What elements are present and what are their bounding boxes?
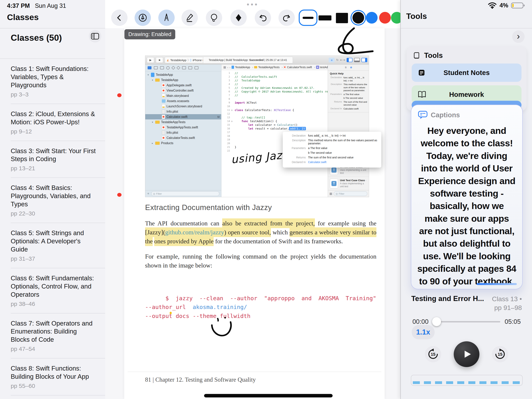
svg-text:15: 15: [498, 352, 502, 357]
stroke-medium-button[interactable]: [319, 15, 331, 20]
back-nav-icon[interactable]: ‹: [227, 66, 228, 69]
eraser-tool-button[interactable]: [230, 10, 247, 26]
report-navigator-icon: [195, 66, 198, 69]
code-segment: let: [248, 123, 255, 126]
breadcrumb-item[interactable]: TestableAppTests: [254, 66, 283, 69]
utilities-filter-field[interactable]: ◎Filter: [334, 191, 367, 196]
file-tree-row[interactable]: ▾ TestableAppTests: [145, 119, 221, 125]
collapse-panel-button[interactable]: ›: [512, 30, 525, 43]
playback-speed-button[interactable]: 1.1x: [412, 325, 435, 339]
stroke-thick-button[interactable]: [336, 13, 348, 23]
quick-help-row: Parameters a The first value: [285, 147, 379, 150]
disclosure-triangle-icon[interactable]: ▾: [151, 121, 154, 123]
pdf-page[interactable]: ▶ ■ ◭ TestableApp ⟩ ▯ iPhone 8 Plus Test…: [124, 28, 385, 399]
class-list-item[interactable]: Class 3: Swift Start: Your First Steps i…: [11, 141, 105, 178]
multitasking-handle[interactable]: •••: [247, 0, 259, 9]
class-list-item[interactable]: Class 1: Swift Foundations: Variables, T…: [11, 59, 105, 104]
skip-back-15-button[interactable]: 15: [425, 346, 441, 362]
file-inspector-icon[interactable]: 🗎: [345, 66, 347, 69]
pen-tool-button[interactable]: [158, 10, 175, 26]
drawing-mode-button[interactable]: [134, 10, 151, 26]
file-tree-row[interactable]: Info.plist: [145, 109, 221, 114]
class-title: Class 8: Swift Functions: Building Block…: [11, 364, 97, 381]
battery-percent: 4%: [500, 2, 508, 9]
xcode-utilities-panel: 🗎 ⊘ Quick Help Declaration func add(_ a:…: [328, 64, 369, 197]
elapsed-time: 00:00: [412, 318, 429, 325]
class-list-item[interactable]: Class 5: Swift Strings and Optionals: A …: [11, 223, 105, 268]
marker-tool-button[interactable]: [182, 10, 198, 26]
breadcrumb-icon: [254, 66, 257, 68]
test-diamond-icon[interactable]: ◇: [231, 120, 235, 122]
student-notes-button[interactable]: Student Notes: [412, 64, 521, 82]
wifi-icon: [488, 2, 497, 9]
breadcrumb-item[interactable]: TestableApp: [232, 66, 253, 69]
back-button[interactable]: [111, 10, 127, 26]
code-line: 3 // TestableApp: [222, 78, 328, 82]
quick-help-inspector-icon[interactable]: ⊘: [350, 66, 352, 69]
class-list-item[interactable]: Class 6: Swift Fundamentals: Optionals, …: [11, 268, 105, 314]
color-black-button[interactable]: [352, 12, 364, 24]
line-number: 2: [222, 75, 231, 78]
quick-help-row: b The second value: [328, 96, 369, 100]
breadcrumb-item[interactable]: CalculatorTests.swift: [284, 66, 315, 69]
stroke-thin-button[interactable]: [299, 10, 317, 26]
find-navigator-icon: [166, 66, 170, 70]
navigator-filter-field[interactable]: ◎Filter: [151, 191, 219, 196]
file-tree-row[interactable]: TestableAppTests.swift: [145, 125, 221, 130]
line-number: 5: [222, 86, 231, 89]
annotation-marker-dot[interactable]: [117, 93, 121, 97]
file-tree-row[interactable]: ViewController.swift: [145, 88, 221, 93]
seek-track[interactable]: [433, 321, 500, 322]
lasso-tool-button[interactable]: [206, 10, 222, 26]
navigator-filter-bar: + ◎Filter: [145, 190, 221, 197]
disclosure-triangle-icon[interactable]: ▾: [147, 73, 150, 76]
file-tree-row[interactable]: Calculator.swift M: [145, 114, 221, 119]
play-button[interactable]: [454, 341, 479, 367]
class-list-item[interactable]: Class 8: Swift Functions: Building Block…: [11, 359, 105, 395]
disclosure-triangle-icon[interactable]: ▸: [151, 142, 154, 145]
command-segment: --output docs --theme fullwidth: [145, 313, 250, 319]
breadcrumb-item[interactable]: testAddition(): [316, 66, 328, 69]
home-indicator[interactable]: [204, 394, 333, 398]
redo-button[interactable]: [279, 10, 295, 26]
footer-divider: [128, 372, 381, 372]
line-number: 11: [222, 109, 231, 111]
sidebar-toggle-button[interactable]: [89, 30, 101, 42]
file-tree-row[interactable]: ▾ TestableApp: [145, 77, 221, 83]
template-list-item[interactable]: T Unit Test Case Class - A class impleme…: [328, 177, 369, 190]
class-list-item[interactable]: Class 4: Swift Basics: Playgrounds, Vari…: [11, 178, 105, 223]
color-blue-button[interactable]: [366, 12, 378, 24]
code-segment: //: [235, 83, 238, 86]
file-tree-row[interactable]: ▾ TestableApp: [145, 72, 221, 77]
class-list-item[interactable]: Class 7: Swift Operators and Enumeration…: [11, 314, 105, 359]
seek-thumb[interactable]: [432, 317, 441, 326]
chevron-left-icon: [115, 13, 124, 22]
file-tree-row[interactable]: ▸ Products: [145, 141, 221, 146]
file-tree-row[interactable]: CalculatorTests.swift: [145, 135, 221, 141]
disclosure-triangle-icon[interactable]: ▾: [151, 79, 154, 81]
skip-forward-icon: 15: [494, 348, 506, 360]
color-red-button[interactable]: [379, 12, 391, 24]
quick-help-row: Description This method returns the sum …: [328, 82, 369, 92]
class-list-item[interactable]: Class 9: Swift Functions:: [11, 395, 105, 399]
file-tree-row[interactable]: Assets.xcassets: [145, 98, 221, 104]
annotation-marker-dot[interactable]: [117, 193, 121, 197]
undo-button[interactable]: [255, 10, 271, 26]
code-segment: import: [235, 101, 247, 104]
file-tree-row[interactable]: LaunchScreen.storyboard: [145, 104, 221, 109]
file-name: Calculator.swift: [166, 115, 188, 119]
file-name: AppDelegate.swift: [166, 84, 192, 87]
file-tree-row[interactable]: AppDelegate.swift: [145, 83, 221, 88]
file-tree-row[interactable]: Main.storyboard: [145, 93, 221, 98]
grid-icon[interactable]: ▦: [329, 192, 332, 195]
skip-forward-15-button[interactable]: 15: [492, 346, 508, 362]
class-pages: pp 13–21: [11, 165, 97, 172]
add-icon[interactable]: +: [147, 192, 149, 196]
file-tree-row[interactable]: Info.plist: [145, 130, 221, 135]
test-diamond-icon[interactable]: ◇: [231, 109, 235, 111]
quick-help-label: Declaration: [285, 134, 306, 137]
class-list-item[interactable]: Class 2: iCloud, Extensions & Motion: iO…: [11, 104, 105, 141]
page-footer: 81 | Chapter 12. Testing and Software Qu…: [145, 376, 256, 383]
forward-nav-icon[interactable]: ›: [229, 66, 230, 69]
timeline-strip[interactable]: [411, 375, 523, 386]
